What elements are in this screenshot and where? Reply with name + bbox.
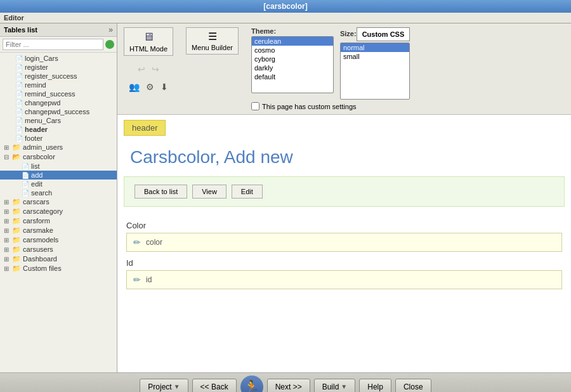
custom-css-button[interactable]: Custom CSS	[357, 27, 410, 41]
theme-label: Theme:	[251, 27, 334, 35]
page-icon: 📄	[15, 117, 23, 124]
sidebar-item-register[interactable]: 📄 register	[0, 63, 117, 72]
monitor-icon: 🖥	[143, 30, 154, 44]
users-icon-button[interactable]: 👥	[127, 80, 141, 94]
sidebar-item-header[interactable]: 📄 header	[0, 125, 117, 134]
expand-icon: ⊞	[4, 237, 10, 244]
edit-button[interactable]: Edit	[232, 185, 263, 199]
page-icon: 📄	[15, 55, 23, 62]
id-field-value: id	[146, 275, 152, 284]
sidebar-item-remind[interactable]: 📄 remind	[0, 81, 117, 89]
undo-button[interactable]: ↩	[136, 62, 147, 76]
tables-list-label: Tables list	[4, 26, 37, 34]
settings-icon-button[interactable]: ⚙	[144, 80, 156, 94]
edit-icon-id: ✏	[133, 275, 141, 285]
expand-icon: ⊞	[4, 144, 10, 151]
expand-icon: ⊞	[4, 265, 10, 272]
sidebar-item-add[interactable]: 📄 add	[0, 171, 117, 180]
sidebar-item-carsmake[interactable]: ⊞ 📁 carsmake	[0, 226, 117, 235]
folder-icon: 📁	[12, 236, 21, 244]
main-layout: Tables list » 📄 login_Cars 📄 register 📄 …	[0, 23, 571, 372]
sidebar-item-admin-users[interactable]: ⊞ 📁 admin_users	[0, 143, 117, 152]
editor-label: Editor	[0, 13, 571, 23]
icon-row2: 👥 ⚙ ⬇	[127, 80, 170, 94]
color-label: Color	[126, 221, 562, 230]
close-button[interactable]: Close	[395, 379, 431, 393]
filter-status-indicator	[105, 40, 114, 49]
title-bar: [carsbcolor]	[0, 0, 571, 13]
sidebar-header: Tables list »	[0, 23, 117, 37]
sidebar: Tables list » 📄 login_Cars 📄 register 📄 …	[0, 23, 117, 372]
next-button[interactable]: Next >>	[267, 379, 310, 393]
filter-input[interactable]	[3, 39, 103, 50]
download-icon-button[interactable]: ⬇	[159, 80, 170, 94]
collapse-button[interactable]: »	[108, 25, 113, 34]
edit-icon-color: ✏	[133, 237, 141, 247]
page-icon: 📄	[15, 108, 23, 115]
sidebar-item-carsusers[interactable]: ⊞ 📁 carsusers	[0, 245, 117, 254]
folder-icon: 📁	[12, 143, 21, 151]
sidebar-item-footer[interactable]: 📄 footer	[0, 134, 117, 143]
folder-icon: 📁	[12, 198, 21, 206]
color-field-value: color	[146, 238, 162, 247]
expand-icon: ⊞	[4, 199, 10, 206]
sidebar-item-carscategory[interactable]: ⊞ 📁 carscategory	[0, 207, 117, 216]
redo-button[interactable]: ↪	[150, 62, 161, 76]
sidebar-item-changepwd[interactable]: 📄 changepwd	[0, 98, 117, 107]
run-button[interactable]: 🏃	[240, 376, 263, 393]
project-button[interactable]: Project ▼	[140, 379, 188, 393]
sidebar-item-register-success[interactable]: 📄 register_success	[0, 72, 117, 81]
content-area: 🖥 HTML Mode ↩ ↪ 👥 ⚙ ⬇ ☰ Menu Builder	[117, 23, 571, 372]
toolbar: 🖥 HTML Mode ↩ ↪ 👥 ⚙ ⬇ ☰ Menu Builder	[117, 23, 571, 115]
page-icon: 📄	[22, 190, 29, 197]
size-select[interactable]: normal small	[340, 42, 410, 100]
folder-icon: 📁	[12, 255, 21, 263]
sidebar-item-search[interactable]: 📄 search	[0, 188, 117, 197]
page-icon-green: 📄	[22, 172, 29, 179]
custom-settings-label: This page has custom settings	[262, 103, 357, 110]
page-icon: 📄	[15, 82, 23, 89]
sidebar-item-carsbcolor[interactable]: ⊟ 📂 carsbcolor	[0, 152, 117, 162]
header-badge: header	[124, 120, 166, 136]
sidebar-item-carsmodels[interactable]: ⊞ 📁 carsmodels	[0, 235, 117, 245]
form-area: Color ✏ color Id ✏ id	[117, 209, 571, 294]
custom-settings-row: This page has custom settings	[251, 102, 410, 110]
sidebar-item-carscars[interactable]: ⊞ 📁 carscars	[0, 197, 117, 207]
expand-icon: ⊞	[4, 208, 10, 215]
html-mode-label: HTML Mode	[129, 45, 167, 53]
sidebar-item-login-cars[interactable]: 📄 login_Cars	[0, 54, 117, 63]
back-button[interactable]: << Back	[192, 379, 237, 393]
expand-icon: ⊞	[4, 227, 10, 234]
page-title: Carsbcolor, Add new	[117, 141, 571, 174]
menu-builder-icon: ☰	[208, 30, 217, 42]
page-icon: 📄	[22, 181, 29, 188]
sidebar-item-menu-cars[interactable]: 📄 menu_Cars	[0, 116, 117, 125]
folder-icon: 📁	[12, 245, 21, 253]
page-icon: 📄	[15, 100, 23, 107]
expand-icon: ⊞	[4, 218, 10, 225]
sidebar-item-dashboard[interactable]: ⊞ 📁 Dashboard	[0, 254, 117, 264]
expand-icon: ⊞	[4, 246, 10, 253]
html-mode-button[interactable]: 🖥 HTML Mode	[124, 27, 173, 56]
back-to-list-button[interactable]: Back to list	[135, 185, 187, 199]
folder-icon: 📁	[12, 265, 21, 272]
build-button[interactable]: Build ▼	[314, 379, 356, 393]
view-button[interactable]: View	[192, 185, 226, 199]
page-icon: 📄	[15, 73, 23, 80]
sidebar-item-remind-success[interactable]: 📄 remind_success	[0, 89, 117, 98]
folder-icon: 📁	[12, 217, 21, 225]
sidebar-item-custom-files[interactable]: ⊞ 📁 Custom files	[0, 264, 117, 273]
theme-select[interactable]: cerulean cosmo cyborg darkly default	[251, 36, 334, 93]
size-label: Size:	[340, 30, 357, 37]
sidebar-item-changepwd-success[interactable]: 📄 changepwd_success	[0, 107, 117, 116]
folder-icon: 📁	[12, 226, 21, 234]
sidebar-item-edit[interactable]: 📄 edit	[0, 180, 117, 188]
page-icon: 📄	[15, 135, 23, 142]
build-dropdown-arrow: ▼	[341, 383, 347, 390]
custom-settings-checkbox[interactable]	[251, 102, 259, 110]
menu-builder-button[interactable]: ☰ Menu Builder	[186, 27, 239, 55]
help-button[interactable]: Help	[359, 379, 391, 393]
color-field: ✏ color	[126, 233, 562, 252]
sidebar-item-carsform[interactable]: ⊞ 📁 carsform	[0, 216, 117, 226]
sidebar-item-list[interactable]: 📄 list	[0, 162, 117, 171]
